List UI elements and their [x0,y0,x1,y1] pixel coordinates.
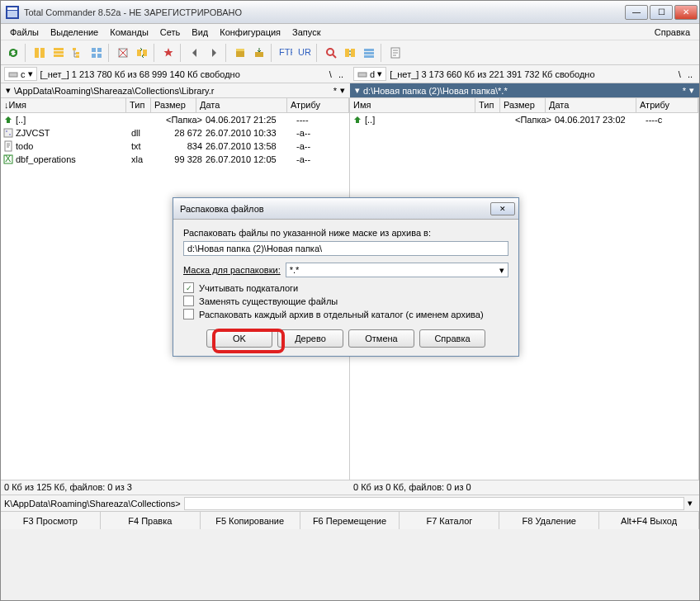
left-path: \AppData\Roaming\Shareaza\Collections\Li… [14,86,333,96]
file-row[interactable]: todotxt83426.07.2010 13:58-a-- [1,140,349,153]
ok-button[interactable]: OK [206,329,272,348]
col-name[interactable]: Имя [9,100,26,110]
menu-view[interactable]: Вид [186,26,214,39]
dialog-titlebar: Распаковка файлов ✕ [173,198,518,220]
col-attr[interactable]: Атрибу [287,98,349,112]
search-icon[interactable] [322,44,340,62]
left-drive-letter: c [21,69,26,79]
ftp-icon[interactable]: FTP [277,44,295,62]
f7-button[interactable]: F7 Каталог [400,512,499,529]
cmdline-input[interactable] [184,497,684,510]
altf4-button[interactable]: Alt+F4 Выход [599,512,699,529]
col-attr[interactable]: Атрибу [636,98,698,112]
swap-panels-icon[interactable] [133,44,151,62]
menu-file[interactable]: Файлы [4,26,45,39]
app-icon [6,6,19,19]
f8-button[interactable]: F8 Удаление [499,512,599,529]
col-date[interactable]: Дата [546,98,636,112]
history-icon[interactable]: ▾ [337,85,348,96]
svg-rect-3 [35,48,39,58]
svg-text:FTP: FTP [279,48,292,57]
titlebar: Total Commander 8.52a - НЕ ЗАРЕГИСТРИРОВ… [1,1,699,24]
full-view-icon[interactable] [50,44,68,62]
cmdline-dropdown-icon[interactable]: ▾ [684,498,696,509]
svg-rect-9 [76,52,79,54]
sync-icon[interactable] [341,44,359,62]
right-column-headers[interactable]: Имя Тип Размер Дата Атрибу [350,98,698,113]
file-row[interactable]: [..]<Папка>04.06.2017 23:02----c [350,113,698,126]
menu-net[interactable]: Сеть [154,26,186,39]
left-up-button[interactable]: .. [338,69,343,79]
col-name[interactable]: Имя [350,98,475,112]
right-drive-bar: d ▾ [_нет_] 3 173 660 Кб из 221 391 732 … [350,65,699,83]
left-drive-selector[interactable]: c ▾ [4,67,37,81]
svg-rect-25 [351,49,355,57]
left-root-button[interactable]: \ [329,69,332,79]
right-drive-letter: d [370,69,375,79]
mask-combo[interactable]: *.* ▾ [286,263,508,277]
svg-rect-4 [40,48,45,58]
left-path-bar[interactable]: ▾ \AppData\Roaming\Shareaza\Collections\… [1,83,350,98]
invert-sel-icon[interactable] [114,44,132,62]
menu-config[interactable]: Конфигурация [214,26,286,39]
mask-value: *.* [290,265,300,275]
right-root-button[interactable]: \ [679,69,681,79]
txt-icon [2,140,14,152]
svg-rect-8 [73,48,76,50]
cancel-button[interactable]: Отмена [348,329,414,348]
f5-button[interactable]: F5 Копирование [201,512,300,529]
brief-view-icon[interactable] [31,44,49,62]
col-ext[interactable]: Тип [126,98,151,112]
f6-button[interactable]: F6 Перемещение [300,512,400,529]
forward-icon[interactable] [205,44,223,62]
pack-icon[interactable] [231,44,249,62]
star-icon[interactable] [159,44,177,62]
right-up-button[interactable]: .. [688,69,693,79]
maximize-button[interactable]: ☐ [650,5,673,20]
refresh-icon[interactable] [4,44,22,62]
right-path: d:\Новая папка (2)\Новая папка\*.* [363,86,683,96]
notepad-icon[interactable] [386,44,404,62]
col-size[interactable]: Размер [151,98,196,112]
destination-input[interactable] [183,241,508,256]
menu-help[interactable]: Справка [649,26,696,39]
back-icon[interactable] [186,44,204,62]
close-button[interactable]: ✕ [674,5,698,20]
svg-rect-35 [5,141,12,151]
f4-button[interactable]: F4 Правка [101,512,201,529]
menu-start[interactable]: Запуск [286,26,326,39]
subdirs-checkbox[interactable]: ✓ [183,282,194,293]
left-status: 0 Кб из 125 Кб, файлов: 0 из 3 [1,480,350,495]
col-size[interactable]: Размер [500,98,546,112]
help-button[interactable]: Справка [419,329,485,348]
dialog-close-button[interactable]: ✕ [490,202,515,215]
col-date[interactable]: Дата [196,98,287,112]
col-ext[interactable]: Тип [475,98,500,112]
svg-rect-27 [364,52,374,54]
multirename-icon[interactable] [360,44,378,62]
file-row[interactable]: X dbf_operationsxla99 32826.07.2010 12:0… [1,153,349,166]
right-path-bar[interactable]: ▾ d:\Новая папка (2)\Новая папка\*.* * ▾ [350,83,699,98]
overwrite-checkbox[interactable] [183,296,194,306]
url-icon[interactable]: URL [296,44,314,62]
f3-button[interactable]: F3 Просмотр [1,512,101,529]
right-drive-selector[interactable]: d ▾ [353,67,386,81]
history-down-icon[interactable]: ▾ [2,85,14,96]
separate-dir-checkbox[interactable] [183,309,194,319]
svg-rect-20 [255,52,263,57]
left-column-headers[interactable]: ↓Имя Тип Размер Дата Атрибу [1,98,349,113]
menu-select[interactable]: Выделение [45,26,104,39]
unpack-icon[interactable] [250,44,268,62]
thumbnails-icon[interactable] [88,44,106,62]
file-row[interactable]: ZJVCSTdll28 67226.07.2010 10:33-a-- [1,126,349,140]
tree-view-icon[interactable] [69,44,87,62]
history-icon[interactable]: ▾ [686,85,698,96]
tree-button[interactable]: Дерево [277,329,343,348]
svg-rect-19 [236,49,244,51]
menu-commands[interactable]: Команды [104,26,154,39]
file-row[interactable]: [..]<Папка>04.06.2017 21:25---- [1,113,349,126]
xla-icon: X [2,154,14,165]
history-down-icon[interactable]: ▾ [352,85,363,96]
svg-point-34 [9,134,11,135]
minimize-button[interactable]: — [625,5,648,20]
